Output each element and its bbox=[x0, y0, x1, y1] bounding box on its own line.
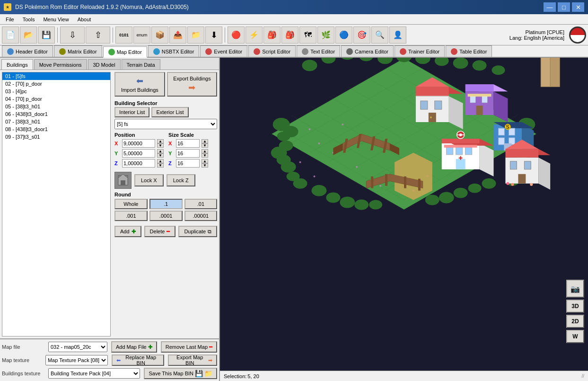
subtab-terrain-data[interactable]: Terrain Data bbox=[122, 59, 160, 70]
size-y-up[interactable]: ▲ bbox=[202, 149, 208, 153]
unpack-button[interactable]: 📤 bbox=[169, 27, 186, 44]
position-x-down[interactable]: ▼ bbox=[157, 143, 164, 148]
round-01-button[interactable]: .1 bbox=[149, 199, 183, 209]
tab-script-editor[interactable]: Script Editor bbox=[248, 45, 296, 57]
subtab-buildings[interactable]: Buildings bbox=[1, 59, 33, 70]
list-item[interactable]: 05 - [38]t3_h01 bbox=[2, 103, 110, 110]
duplicate-button[interactable]: Duplicate ⧉ bbox=[178, 226, 217, 237]
list-item[interactable]: 06 - [438]t3_door1 bbox=[2, 110, 110, 118]
export-buildings-button[interactable]: Export Buildings ➡ bbox=[167, 72, 218, 97]
camera-button[interactable]: 📷 bbox=[566, 280, 584, 298]
replace-map-bin-button[interactable]: ⬅ Replace Map BIN bbox=[112, 354, 165, 366]
subtab-move-permissions[interactable]: Move Permissions bbox=[34, 59, 87, 70]
round-00001-button[interactable]: .0001 bbox=[149, 211, 183, 221]
position-x-up[interactable]: ▲ bbox=[157, 139, 164, 143]
tab-camera-editor[interactable]: Camera Editor bbox=[341, 45, 394, 57]
list-item[interactable]: 01 - [5]fs bbox=[2, 72, 110, 80]
tab-trainer-editor[interactable]: Trainer Editor bbox=[395, 45, 445, 57]
size-z-up[interactable]: ▲ bbox=[202, 159, 208, 163]
pokemon2-btn[interactable]: 🔵 bbox=[335, 27, 352, 44]
position-y-input[interactable]: 5,00000 bbox=[122, 149, 155, 158]
add-button[interactable]: Add ✚ bbox=[114, 226, 141, 237]
position-y-up[interactable]: ▲ bbox=[157, 149, 164, 153]
minimize-button[interactable]: — bbox=[544, 2, 556, 12]
delete-button[interactable]: Delete ━ bbox=[144, 226, 176, 237]
list-item[interactable]: 08 - [438]t3_door1 bbox=[2, 125, 110, 133]
tab-table-editor[interactable]: Table Editor bbox=[446, 45, 492, 57]
size-y-down[interactable]: ▼ bbox=[202, 153, 208, 158]
building-dropdown[interactable]: [5] fs bbox=[114, 119, 217, 129]
menu-file[interactable]: File bbox=[2, 15, 18, 24]
add-map-button[interactable]: Add Map File ✚ bbox=[111, 341, 157, 353]
menu-tools[interactable]: Tools bbox=[19, 15, 39, 24]
save-button[interactable]: 💾 bbox=[38, 27, 55, 44]
size-z-input[interactable]: 16 bbox=[176, 159, 200, 168]
trainer-btn[interactable]: 👤 bbox=[389, 27, 406, 44]
export-button[interactable]: ⇧ bbox=[86, 27, 110, 44]
pack-button[interactable]: 📦 bbox=[151, 27, 168, 44]
view-2d-button[interactable]: 2D bbox=[566, 315, 584, 328]
list-item[interactable]: 02 - [70] p_door bbox=[2, 80, 110, 88]
tab-text-editor[interactable]: Text Editor bbox=[297, 45, 340, 57]
import-buildings-button[interactable]: ⬅ Import Buildings bbox=[114, 72, 165, 97]
export-map-bin-button[interactable]: Export Map BIN ➡ bbox=[168, 354, 217, 366]
position-z-down[interactable]: ▼ bbox=[157, 163, 164, 168]
position-x-input[interactable]: 9,00000 bbox=[122, 139, 155, 148]
size-x-down[interactable]: ▼ bbox=[202, 143, 208, 148]
size-z-down[interactable]: ▼ bbox=[202, 163, 208, 168]
list-item[interactable]: 07 - [38]t3_h01 bbox=[2, 118, 110, 125]
new-button[interactable]: 📄 bbox=[2, 27, 19, 44]
list-item[interactable]: 09 - [37]t3_s01 bbox=[2, 133, 110, 141]
map-btn[interactable]: 🗺 bbox=[299, 27, 316, 44]
size-x-input[interactable]: 16 bbox=[176, 139, 200, 148]
import-button[interactable]: ⇩ bbox=[60, 27, 85, 44]
list-item[interactable]: 03 - [4]pc bbox=[2, 88, 110, 95]
tab-event-editor[interactable]: Event Editor bbox=[200, 45, 247, 57]
list-item[interactable]: 04 - [70] p_door bbox=[2, 95, 110, 103]
menu-about[interactable]: About bbox=[74, 15, 95, 24]
tab-header-editor[interactable]: Header Editor bbox=[2, 45, 53, 57]
subtab-3d-model[interactable]: 3D Model bbox=[88, 59, 121, 70]
round-000001-button[interactable]: .00001 bbox=[184, 211, 218, 221]
capture-btn[interactable]: 🎯 bbox=[353, 27, 370, 44]
open-button[interactable]: 📂 bbox=[20, 27, 37, 44]
size-y-input[interactable]: 16 bbox=[176, 149, 200, 158]
map-texture-select[interactable]: Map Texture Pack [08] bbox=[45, 355, 108, 365]
interior-list-button[interactable]: Interior List bbox=[114, 107, 149, 117]
extract-button[interactable]: ⬇ bbox=[205, 27, 222, 44]
bag-btn[interactable]: 🎒 bbox=[281, 27, 298, 44]
position-y-down[interactable]: ▼ bbox=[157, 153, 164, 158]
restore-button[interactable]: □ bbox=[558, 2, 570, 12]
tab-nsbtx-editor[interactable]: NSBTX Editor bbox=[148, 45, 199, 57]
view-w-button[interactable]: W bbox=[566, 330, 584, 343]
round-001-button[interactable]: .01 bbox=[184, 199, 218, 209]
exterior-list-button[interactable]: Exterior List bbox=[151, 107, 188, 117]
size-x-up[interactable]: ▲ bbox=[202, 139, 208, 143]
buildings-texture-select[interactable]: Building Texture Pack [04] bbox=[48, 368, 140, 379]
add-delete-row: Add ✚ Delete ━ Duplicate ⧉ bbox=[114, 226, 217, 237]
lock-z-button[interactable]: Lock Z bbox=[167, 174, 195, 186]
pokemon-btn[interactable]: 🔴 bbox=[228, 27, 245, 44]
position-z-up[interactable]: ▲ bbox=[157, 159, 164, 163]
tab-matrix-editor[interactable]: Matrix Editor bbox=[54, 45, 102, 57]
menu-view[interactable]: Menu View bbox=[39, 15, 72, 24]
hex-button[interactable]: 0101 bbox=[115, 27, 132, 44]
position-z-input[interactable]: 1,00000 bbox=[122, 159, 155, 168]
map-3d-view[interactable]: S bbox=[220, 58, 588, 371]
folder-button[interactable]: 📁 bbox=[187, 27, 204, 44]
map-file-select[interactable]: 032 - map05_20c bbox=[48, 342, 107, 352]
view-3d-button[interactable]: 3D bbox=[566, 300, 584, 313]
remove-last-map-button[interactable]: Remove Last Map ━ bbox=[161, 341, 217, 353]
enum-button[interactable]: enum bbox=[133, 27, 150, 44]
lock-x-button[interactable]: Lock X bbox=[134, 174, 164, 186]
items-btn[interactable]: 🎒 bbox=[263, 27, 281, 44]
round-whole-button[interactable]: Whole bbox=[114, 199, 148, 209]
round-0001-button[interactable]: .001 bbox=[114, 211, 148, 221]
tab-map-editor[interactable]: Map Editor bbox=[103, 46, 147, 58]
close-button[interactable]: ✕ bbox=[572, 2, 584, 12]
buildings-list[interactable]: 01 - [5]fs 02 - [70] p_door 03 - [4]pc 0… bbox=[2, 72, 111, 337]
search-btn[interactable]: 🔍 bbox=[371, 27, 388, 44]
moves-btn[interactable]: ⚡ bbox=[246, 27, 263, 44]
save-map-bin-button[interactable]: Save This Map BIN 💾 📁 bbox=[144, 368, 217, 379]
tree-btn[interactable]: 🌿 bbox=[317, 27, 334, 44]
